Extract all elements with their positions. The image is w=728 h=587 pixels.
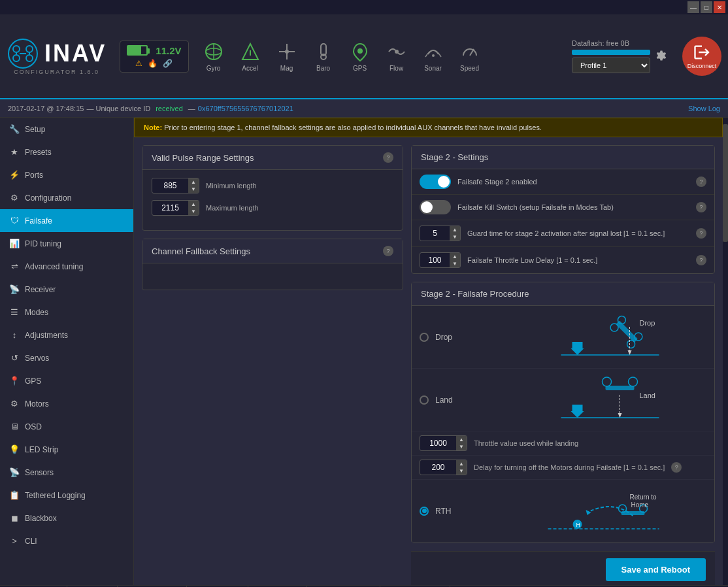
max-pulse-up[interactable]: ▲ — [188, 201, 199, 208]
sidebar-item-configuration[interactable]: ⚙ Configuration — [0, 186, 133, 209]
sidebar-item-gps[interactable]: 📍 GPS — [0, 369, 133, 392]
sidebar-item-blackbox[interactable]: ◼ Blackbox — [0, 507, 133, 529]
svg-marker-33 — [571, 411, 584, 418]
land-radio[interactable] — [420, 395, 429, 405]
minimize-button[interactable]: — — [687, 1, 699, 13]
failsafe-enabled-label: Failsafe Stage 2 enabled — [457, 178, 689, 186]
nav-label-accel: Accel — [242, 65, 257, 72]
land-label: Land — [435, 395, 474, 405]
throttle-landing-field[interactable] — [420, 436, 456, 450]
max-pulse-down[interactable]: ▼ — [188, 208, 199, 215]
guard-time-help[interactable]: ? — [696, 228, 706, 239]
throttle-landing-spinners[interactable]: ▲ ▼ — [456, 436, 467, 450]
max-pulse-field[interactable]: 2115 — [152, 201, 188, 215]
min-pulse-field[interactable]: 885 — [152, 178, 188, 193]
min-pulse-input[interactable]: 885 ▲ ▼ — [152, 178, 199, 193]
motor-delay-input[interactable]: ▲ ▼ — [420, 460, 467, 475]
valid-pulse-body: 885 ▲ ▼ Minimum length 2115 — [142, 170, 403, 230]
nav-icon-sonar[interactable]: Sonar — [415, 36, 452, 77]
failsafe-enabled-toggle[interactable] — [420, 175, 451, 189]
motor-delay-help[interactable]: ? — [671, 462, 682, 473]
sidebar-item-failsafe[interactable]: 🛡 Failsafe — [0, 209, 133, 232]
land-option-row: Land — [412, 369, 714, 431]
throttle-delay-down[interactable]: ▼ — [450, 260, 460, 267]
min-pulse-down[interactable]: ▼ — [188, 186, 199, 193]
kill-switch-label: Failsafe Kill Switch (setup Failsafe in … — [457, 203, 689, 211]
sidebar-item-receiver[interactable]: 📡 Receiver — [0, 278, 133, 301]
motor-delay-spinners[interactable]: ▲ ▼ — [456, 460, 467, 475]
throttle-delay-up[interactable]: ▲ — [450, 253, 460, 260]
nav-icon-gyro[interactable]: Gyro — [195, 36, 232, 77]
throttle-delay-field[interactable] — [420, 253, 450, 267]
min-pulse-up[interactable]: ▲ — [188, 178, 199, 186]
throttle-delay-help[interactable]: ? — [696, 255, 706, 265]
close-button[interactable]: ✕ — [714, 1, 725, 13]
svg-marker-44 — [586, 510, 591, 515]
motor-delay-down[interactable]: ▼ — [456, 467, 467, 475]
guard-time-up[interactable]: ▲ — [450, 226, 460, 233]
sidebar-item-adjustments[interactable]: ↕ Adjustments — [0, 324, 133, 346]
scrollbar-thumb[interactable] — [723, 124, 728, 242]
failsafe-enabled-row: Failsafe Stage 2 enabled ? — [412, 169, 714, 195]
channel-fallback-help[interactable]: ? — [383, 246, 393, 256]
nav-icon-speed[interactable]: Speed — [452, 36, 488, 77]
sidebar-item-pid[interactable]: 📊 PID tuning — [0, 232, 133, 255]
nav-icon-mag[interactable]: Mag — [269, 36, 305, 77]
sidebar-item-tethered[interactable]: 📋 Tethered Logging — [0, 484, 133, 507]
sidebar-item-servos[interactable]: ↺ Servos — [0, 346, 133, 369]
nav-icon-flow[interactable]: Flow — [378, 36, 415, 77]
sidebar-item-setup[interactable]: 🔧 Setup — [0, 118, 133, 141]
guard-time-down[interactable]: ▼ — [450, 233, 460, 241]
notice-bar: Note: Prior to entering stage 1, channel… — [134, 118, 723, 137]
guard-time-input[interactable]: ▲ ▼ — [420, 226, 461, 241]
svg-point-18 — [395, 50, 399, 54]
max-pulse-spinners[interactable]: ▲ ▼ — [188, 201, 199, 215]
nav-icon-gps[interactable]: GPS — [342, 36, 378, 77]
svg-point-36 — [603, 377, 612, 386]
throttle-landing-input[interactable]: ▲ ▼ — [420, 435, 467, 451]
right-panel: Stage 2 - Settings Failsafe Stage 2 enab… — [411, 145, 715, 585]
stage2-settings-panel: Stage 2 - Settings Failsafe Stage 2 enab… — [411, 145, 715, 274]
nav-icon-accel[interactable]: Accel — [232, 36, 269, 77]
kill-switch-toggle[interactable] — [420, 200, 451, 214]
sidebar-item-presets[interactable]: ★ Presets — [0, 141, 133, 163]
throttle-delay-input[interactable]: ▲ ▼ — [420, 252, 461, 268]
throttle-landing-down[interactable]: ▼ — [456, 443, 467, 450]
nav-icon-baro[interactable]: Baro — [305, 36, 342, 77]
sidebar-item-led[interactable]: 💡 LED Strip — [0, 438, 133, 461]
nav-label-mag: Mag — [280, 65, 293, 72]
sidebar-item-motors[interactable]: ⚙ Motors — [0, 392, 133, 415]
failsafe-enabled-help[interactable]: ? — [696, 176, 706, 187]
sidebar-item-advanced[interactable]: ⇌ Advanced tuning — [0, 255, 133, 278]
throttle-landing-up[interactable]: ▲ — [456, 436, 467, 443]
show-log-button[interactable]: Show Log — [688, 105, 720, 112]
sidebar-item-osd[interactable]: 🖥 OSD — [0, 415, 133, 438]
osd-icon: 🖥 — [9, 422, 20, 431]
adjust-icon: ↕ — [9, 330, 20, 340]
maximize-button[interactable]: □ — [701, 1, 712, 13]
save-reboot-button[interactable]: Save and Reboot — [606, 558, 706, 581]
sidebar-label-configuration: Configuration — [25, 193, 71, 203]
sidebar-item-ports[interactable]: ⚡ Ports — [0, 163, 133, 186]
cli-icon: > — [9, 536, 20, 546]
drop-radio[interactable] — [420, 333, 429, 342]
guard-time-field[interactable] — [420, 226, 450, 241]
throttle-delay-spinners[interactable]: ▲ ▼ — [450, 253, 460, 267]
modes-icon: ☰ — [9, 307, 20, 317]
settings-gear[interactable] — [655, 50, 667, 63]
sidebar-item-cli[interactable]: > CLI — [0, 529, 133, 552]
motor-delay-up[interactable]: ▲ — [456, 460, 467, 467]
kill-switch-help[interactable]: ? — [696, 202, 706, 212]
max-pulse-input[interactable]: 2115 ▲ ▼ — [152, 200, 199, 216]
profile-select[interactable]: Profile 1 Profile 2 Profile 3 — [572, 58, 650, 73]
valid-pulse-help-icon[interactable]: ? — [383, 152, 393, 163]
notice-text: Prior to entering stage 1, channel fallb… — [164, 124, 542, 131]
motor-delay-field[interactable] — [420, 460, 456, 475]
rth-radio[interactable] — [420, 507, 429, 516]
sidebar-item-modes[interactable]: ☰ Modes — [0, 301, 133, 324]
guard-time-spinners[interactable]: ▲ ▼ — [450, 226, 460, 241]
svg-point-14 — [285, 50, 289, 54]
sidebar-item-sensors[interactable]: 📡 Sensors — [0, 461, 133, 484]
disconnect-button[interactable]: Disconnect — [682, 37, 721, 76]
min-pulse-spinners[interactable]: ▲ ▼ — [188, 178, 199, 193]
